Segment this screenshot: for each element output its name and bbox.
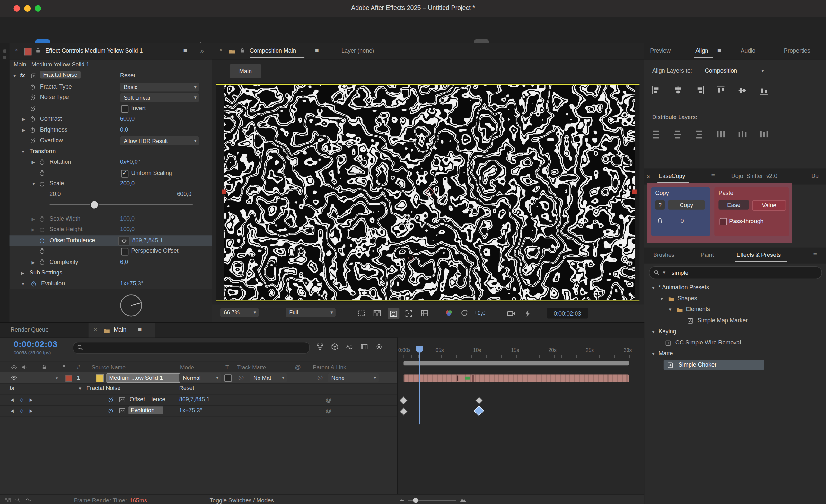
keyframe-evolution-10s-selected[interactable] [474,405,484,416]
stopwatch-icon[interactable] [39,181,45,187]
timeline-active-tab[interactable]: × Main ≡ [88,323,155,338]
tab-paint[interactable]: Paint [701,252,714,258]
panel-menu-icon[interactable]: ≡ [717,47,721,54]
more-panels-icon[interactable]: » [200,47,204,55]
tree-row-cc-simple-wire-removal[interactable]: CC Simple Wire Removal [644,337,826,348]
twirl-down-icon[interactable]: ▼ [651,286,655,291]
playhead-handle[interactable] [416,346,423,354]
fractal-type-dropdown[interactable]: Basic [120,82,199,91]
offset-property-value[interactable]: 869,7,845,1 [179,396,210,402]
twirl-right-icon[interactable]: ▶ [32,228,35,233]
timeline-main-tab[interactable]: Main [114,326,126,333]
expression-pickwhip-icon[interactable]: @ [326,396,332,403]
tab-render-queue[interactable]: Render Queue [11,326,49,333]
tab-dojo-shifter[interactable]: Dojo_Shifter_v2.0 [731,173,777,179]
evolution-property-row[interactable]: ◀ ◇ ▶ Evolution 1x+75,3° @ [0,405,397,417]
evolution-dial[interactable] [119,291,144,320]
timeline-current-time[interactable]: 0:00:02:03 [14,340,58,349]
evolution-property-value[interactable]: 1x+75,3° [179,407,202,414]
point-crosshair-button[interactable] [118,236,129,245]
offset-property-label[interactable]: Offset ...lence [130,396,165,402]
toggle-switches-modes-button[interactable]: Toggle Switches / Modes [210,497,274,503]
exposure-value[interactable]: +0,0 [474,309,486,316]
effects-search-input[interactable] [670,268,815,278]
timeline-zoom-slider-knob[interactable] [413,498,418,503]
stopwatch-icon[interactable] [30,116,36,122]
mode-column-header[interactable]: Mode [180,364,194,370]
composition-tab[interactable]: Composition Main [250,48,296,54]
keyframe-evolution-0s[interactable] [400,407,408,416]
tree-row-elements[interactable]: ▼ Elements [644,304,826,315]
twirl-down-icon[interactable]: ▼ [651,352,655,357]
twirl-down-icon[interactable]: ▼ [651,330,655,335]
add-keyframe-icon[interactable]: ◇ [20,397,23,402]
tree-row-keying[interactable]: ▼ Keying [644,326,826,337]
parent-pickwhip-icon[interactable]: @ [317,374,323,381]
hide-shy-layers-icon[interactable] [346,343,354,351]
layer-row[interactable]: ▼ 1 Medium ...ow Solid 1 Normal @ No Mat… [0,372,397,384]
distribute-top-button[interactable] [651,130,661,140]
twirl-down-icon[interactable]: ▼ [12,74,17,79]
scale-slider-track[interactable] [50,203,193,204]
stopwatch-icon[interactable] [30,126,36,133]
tab-du-fragment[interactable]: Du [811,173,819,179]
tab-effects-presets[interactable]: Effects & Presets [736,252,781,258]
magnification-dropdown[interactable]: 66,7% [220,308,259,317]
track-matte-pickwhip-icon[interactable]: @ [238,374,244,381]
playhead-line[interactable] [419,354,420,424]
offset-turbulence-property-row[interactable]: ◀ ◇ ▶ Offset ...lence 869,7,845,1 @ [0,394,397,406]
composition-mini-flowchart-icon[interactable] [316,343,324,351]
tree-row-simple-choker[interactable]: Simple Choker [644,360,826,370]
contrast-value[interactable]: 600,0 [120,115,134,122]
twirl-down-icon[interactable]: ▼ [660,296,664,302]
parent-link-column-header[interactable]: Parent & Link [313,364,346,370]
brightness-value[interactable]: 0,0 [120,126,128,133]
blend-mode-dropdown[interactable]: Normal [179,373,221,382]
tab-audio[interactable]: Audio [741,48,755,54]
tree-row-simple-map-marker[interactable]: Simple Map Marker [644,316,826,326]
stopwatch-icon[interactable] [30,94,36,101]
uniform-scaling-checkbox[interactable] [121,170,128,177]
close-panel-icon[interactable]: × [94,326,97,333]
fast-previews-icon[interactable] [524,309,532,317]
frame-blending-icon[interactable] [360,343,368,351]
tab-align[interactable]: Align [695,48,708,54]
keyframe-offset-0s[interactable] [400,396,408,405]
tree-row-animation-presets[interactable]: ▼ * Animation Presets [644,282,826,293]
align-layers-to-dropdown[interactable]: Composition [705,67,737,74]
add-keyframe-icon[interactable]: ◇ [20,408,23,413]
stopwatch-icon[interactable] [30,83,36,90]
layer-tab[interactable]: Layer (none) [341,48,374,54]
paste-ease-button[interactable]: Ease [718,200,749,210]
graph-toggle-icon[interactable] [119,408,126,414]
complexity-value[interactable]: 6,0 [120,258,128,265]
stopwatch-icon[interactable] [30,137,36,144]
twirl-right-icon[interactable]: ▶ [21,271,24,276]
close-panel-icon[interactable]: × [15,47,18,53]
align-horizontal-center-button[interactable] [673,85,684,96]
panel-menu-icon[interactable]: ≡ [814,251,817,258]
distribute-horizontal-center-button[interactable] [738,130,748,140]
invert-checkbox[interactable] [121,105,128,112]
paste-value-button[interactable]: Value [752,200,786,210]
scale-slider-knob[interactable] [90,200,98,209]
transparency-grid-icon[interactable] [373,309,381,317]
tree-row-shapes[interactable]: ▼ Shapes [644,294,826,304]
graph-toggle-icon[interactable] [119,396,126,403]
offset-turbulence-row[interactable]: Offset Turbulence 869,7,845,1 [10,235,212,246]
effect-controls-tab[interactable]: Effect Controls Medium Yellow Solid 1 [45,48,143,54]
tab-brushes[interactable]: Brushes [653,252,674,258]
distribute-bottom-button[interactable] [694,130,705,140]
stopwatch-icon[interactable] [39,170,45,176]
layer-duration-bar[interactable] [403,374,629,382]
effect-group-row[interactable]: fx ▼ Fractal Noise Reset [0,383,397,395]
grid-guides-icon[interactable] [420,309,429,317]
layer-visibility-eye-icon[interactable] [11,374,17,381]
resolution-dropdown[interactable]: Full [286,308,336,317]
twirl-right-icon[interactable]: ▶ [32,160,35,165]
reset-effect-button[interactable]: Reset [179,385,194,391]
panel-menu-icon[interactable]: ≡ [138,326,142,333]
distribute-left-button[interactable] [716,130,726,140]
reset-exposure-icon[interactable] [461,309,469,317]
twirl-down-icon[interactable]: ▼ [32,182,36,187]
